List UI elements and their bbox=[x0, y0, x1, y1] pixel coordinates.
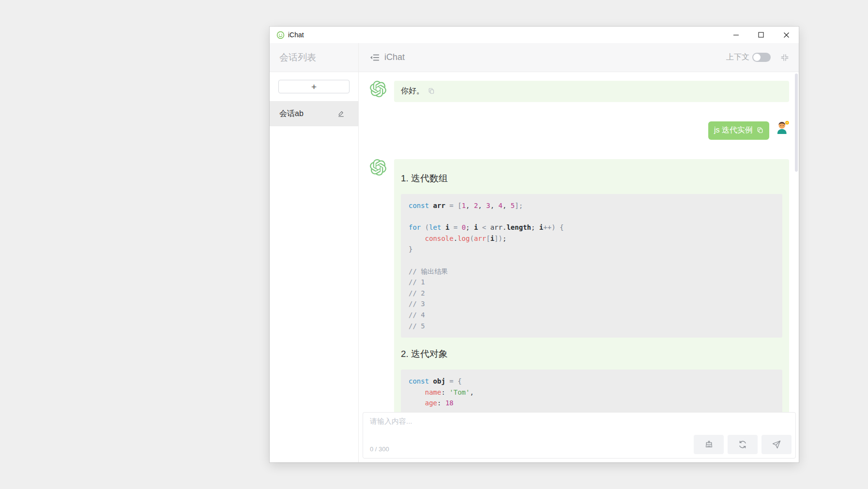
maximize-button[interactable] bbox=[748, 27, 774, 43]
message-text: 你好。 bbox=[401, 87, 424, 95]
regenerate-button[interactable] bbox=[728, 435, 758, 454]
code-line: name: 'Tom', bbox=[409, 387, 775, 398]
openai-logo-icon bbox=[370, 81, 386, 97]
code-line: // 2 bbox=[409, 288, 775, 299]
message-row-assistant: 你好。 bbox=[359, 81, 799, 102]
code-block: const obj = { name: 'Tom', age: 18 bbox=[401, 370, 782, 412]
refresh-icon bbox=[738, 440, 747, 449]
close-icon bbox=[783, 32, 790, 38]
user-emoji-avatar bbox=[775, 120, 791, 135]
assistant-bubble: 你好。 bbox=[394, 81, 789, 102]
code-line: // 5 bbox=[409, 321, 775, 332]
code-line bbox=[409, 211, 775, 222]
composer-actions bbox=[694, 435, 792, 454]
code-line: // 3 bbox=[409, 298, 775, 310]
chat-main: iChat 上下文 你好。js 迭代实例1. 迭代数组const arr = [… bbox=[359, 43, 799, 462]
code-line: // 4 bbox=[409, 310, 775, 321]
app-logo-icon bbox=[276, 31, 285, 39]
minimize-icon bbox=[733, 32, 739, 38]
code-line: } bbox=[409, 244, 775, 255]
paper-plane-icon bbox=[772, 440, 781, 449]
chat-header-left: iChat bbox=[369, 52, 405, 63]
copy-icon[interactable] bbox=[757, 126, 763, 136]
message-row-assistant: 1. 迭代数组const arr = [1, 2, 3, 4, 5]; for … bbox=[359, 159, 799, 412]
message-list: 你好。js 迭代实例1. 迭代数组const arr = [1, 2, 3, 4… bbox=[359, 81, 799, 412]
message-heading: 1. 迭代数组 bbox=[401, 172, 782, 185]
code-line: // 1 bbox=[409, 277, 775, 288]
context-toggle[interactable] bbox=[752, 53, 771, 62]
fold-sidebar-icon[interactable] bbox=[369, 52, 380, 63]
openai-logo-icon bbox=[370, 159, 386, 176]
toggle-knob bbox=[753, 54, 761, 61]
close-button[interactable] bbox=[774, 27, 799, 43]
message-text: js 迭代实例 bbox=[714, 126, 753, 134]
new-session-wrap: + bbox=[270, 72, 358, 101]
send-button[interactable] bbox=[761, 435, 792, 454]
assistant-bubble: 1. 迭代数组const arr = [1, 2, 3, 4, 5]; for … bbox=[394, 159, 789, 412]
scrollbar-thumb[interactable] bbox=[795, 74, 798, 172]
code-line: console.log(arr[i]); bbox=[409, 233, 775, 244]
copy-icon[interactable] bbox=[428, 87, 435, 97]
message-input[interactable] bbox=[370, 417, 789, 437]
app-body: 会话列表 + 会话ab iChat bbox=[270, 43, 799, 462]
chat-header-right: 上下文 bbox=[726, 52, 789, 62]
new-session-button[interactable]: + bbox=[278, 80, 350, 93]
message-heading: 2. 迭代对象 bbox=[401, 347, 782, 361]
code-block: const arr = [1, 2, 3, 4, 5]; for (let i … bbox=[401, 194, 782, 338]
app-identity: iChat bbox=[270, 31, 304, 39]
code-line: const obj = { bbox=[409, 376, 775, 387]
maximize-icon bbox=[758, 32, 764, 38]
context-label: 上下文 bbox=[726, 52, 749, 62]
code-line: for (let i = 0; i < arr.length; i++) { bbox=[409, 222, 775, 233]
code-line: // 输出结果 bbox=[409, 266, 775, 277]
assistant-avatar bbox=[370, 81, 386, 97]
assistant-avatar bbox=[370, 159, 386, 176]
code-line: const arr = [1, 2, 3, 4, 5]; bbox=[409, 200, 775, 211]
pencil-icon[interactable] bbox=[337, 110, 345, 118]
session-list: 会话ab bbox=[270, 101, 358, 126]
minimize-button[interactable] bbox=[723, 27, 748, 43]
message-row-user: js 迭代实例 bbox=[359, 121, 799, 140]
message-scroll-area: 你好。js 迭代实例1. 迭代数组const arr = [1, 2, 3, 4… bbox=[359, 72, 799, 412]
chat-title: iChat bbox=[384, 52, 405, 62]
window-title: iChat bbox=[288, 31, 304, 39]
title-bar: iChat bbox=[270, 27, 799, 43]
brush-icon bbox=[704, 440, 714, 450]
user-avatar bbox=[775, 120, 791, 135]
session-list-item[interactable]: 会话ab bbox=[270, 101, 358, 126]
session-sidebar: 会话列表 + 会话ab bbox=[270, 43, 359, 462]
user-bubble: js 迭代实例 bbox=[708, 121, 769, 140]
composer-box: 0 / 300 bbox=[363, 412, 796, 459]
session-name: 会话ab bbox=[279, 109, 304, 119]
clear-button[interactable] bbox=[694, 435, 724, 454]
session-list-header: 会话列表 bbox=[270, 43, 358, 72]
char-counter: 0 / 300 bbox=[370, 445, 389, 453]
window-controls bbox=[723, 27, 799, 43]
app-window: iChat 会话列表 + bbox=[270, 27, 799, 462]
composer-area: 0 / 300 bbox=[359, 412, 799, 462]
compress-icon[interactable] bbox=[780, 53, 789, 62]
code-line bbox=[409, 255, 775, 266]
code-line: age: 18 bbox=[409, 398, 775, 409]
chat-header: iChat 上下文 bbox=[359, 43, 799, 72]
